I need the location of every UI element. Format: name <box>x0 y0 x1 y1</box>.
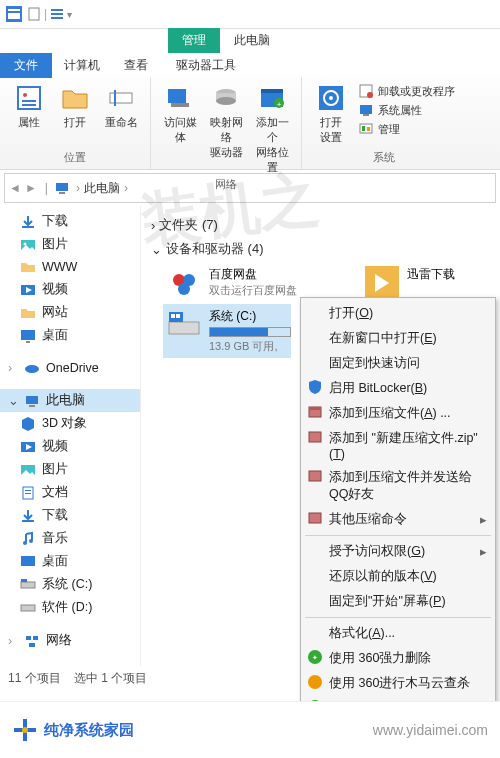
qat-file-icon[interactable] <box>26 6 42 22</box>
sidebar-item-this-pc[interactable]: ⌄此电脑 <box>0 389 140 412</box>
group-location-label: 位置 <box>64 150 86 165</box>
ribbon-manage-button[interactable]: 管理 <box>358 121 455 137</box>
sidebar-item-www[interactable]: WWW <box>0 256 140 278</box>
menu-computer[interactable]: 计算机 <box>52 53 112 78</box>
ctx-grant-access[interactable]: 授予访问权限(G) <box>301 539 495 564</box>
ctx-360-scan[interactable]: 使用 360进行木马云查杀 <box>301 671 495 696</box>
svg-rect-3 <box>29 8 39 20</box>
crumb-this-pc[interactable]: 此电脑 <box>84 180 120 197</box>
ribbon-properties-button[interactable]: 属性 <box>6 81 52 132</box>
svg-rect-11 <box>110 93 132 103</box>
sidebar-item-desktop2[interactable]: 桌面 <box>0 550 140 573</box>
archive-icon <box>307 429 323 445</box>
qat-dropdown-icon[interactable]: ▾ <box>67 9 72 20</box>
ctx-open-new-window[interactable]: 在新窗口中打开(E) <box>301 326 495 351</box>
ctx-bitlocker[interactable]: 启用 BitLocker(B) <box>301 376 495 401</box>
qat-props-icon[interactable] <box>49 6 65 22</box>
360-icon <box>307 674 323 690</box>
sidebar-item-video[interactable]: 视频 <box>0 278 140 301</box>
open-settings-label: 打开 设置 <box>320 115 342 145</box>
svg-rect-43 <box>29 405 35 407</box>
forward-icon[interactable]: ► <box>25 181 37 195</box>
menu-driver-tools[interactable]: 驱动器工具 <box>164 53 248 78</box>
ctx-separator <box>305 617 491 618</box>
sidebar-item-pictures[interactable]: 图片 <box>0 233 140 256</box>
navigation-pane[interactable]: 下载 图片 WWW 视频 网站 桌面 ›OneDrive ⌄此电脑 3D 对象 … <box>0 206 141 686</box>
ribbon-uninstall-button[interactable]: 卸载或更改程序 <box>358 83 455 99</box>
menu-bar: 文件 计算机 查看 驱动器工具 <box>0 53 500 77</box>
network-icon <box>24 633 40 649</box>
folders-header[interactable]: ›文件夹 (7) <box>151 216 496 234</box>
svg-point-24 <box>329 96 333 100</box>
ribbon: 属性 打开 重命名 位置 访问媒体 映射网络 驱动器 + <box>0 77 500 170</box>
sidebar-item-music[interactable]: 音乐 <box>0 527 140 550</box>
settings-icon <box>316 83 346 113</box>
drive-icon <box>167 308 201 342</box>
rename-label: 重命名 <box>105 115 138 130</box>
sidebar-item-documents[interactable]: 文档 <box>0 481 140 504</box>
drive-item-baidu[interactable]: 百度网盘双击运行百度网盘 <box>163 262 301 304</box>
svg-rect-40 <box>26 341 30 343</box>
svg-rect-70 <box>309 432 321 442</box>
ribbon-group-location: 属性 打开 重命名 位置 <box>0 77 151 169</box>
svg-rect-69 <box>309 407 321 410</box>
drives-header[interactable]: ⌄设备和驱动器 (4) <box>151 240 496 258</box>
svg-rect-5 <box>51 9 63 11</box>
ctx-format[interactable]: 格式化(A)... <box>301 621 495 646</box>
ribbon-rename-button[interactable]: 重命名 <box>98 81 144 132</box>
svg-text:✦: ✦ <box>312 654 318 661</box>
sidebar-item-drive-d[interactable]: 软件 (D:) <box>0 596 140 619</box>
sidebar-item-pictures2[interactable]: 图片 <box>0 458 140 481</box>
ribbon-media-button[interactable]: 访问媒体 <box>157 81 203 177</box>
drive-icon <box>20 577 36 593</box>
group-network-label: 网络 <box>215 177 237 192</box>
pictures-icon <box>20 237 36 253</box>
tab-manage[interactable]: 管理 <box>168 28 220 53</box>
ctx-add-zip[interactable]: 添加到 "新建压缩文件.zip"(T) <box>301 426 495 465</box>
ribbon-open-settings-button[interactable]: 打开 设置 <box>308 81 354 147</box>
menu-file[interactable]: 文件 <box>0 53 52 78</box>
sidebar-item-downloads[interactable]: 下载 <box>0 210 140 233</box>
sidebar-item-videos2[interactable]: 视频 <box>0 435 140 458</box>
svg-rect-55 <box>21 579 27 582</box>
menu-view[interactable]: 查看 <box>112 53 160 78</box>
breadcrumb[interactable]: ◄ ► | › 此电脑 › <box>4 173 496 203</box>
sidebar-item-onedrive[interactable]: ›OneDrive <box>0 357 140 379</box>
ctx-pin-start[interactable]: 固定到"开始"屏幕(P) <box>301 589 495 614</box>
sidebar-item-network[interactable]: ›网络 <box>0 629 140 652</box>
svg-rect-27 <box>360 105 372 114</box>
open-label: 打开 <box>64 115 86 130</box>
ctx-restore[interactable]: 还原以前的版本(V) <box>301 564 495 589</box>
status-selected-count: 选中 1 个项目 <box>74 671 147 685</box>
ribbon-sys-props-button[interactable]: 系统属性 <box>358 102 455 118</box>
svg-point-17 <box>216 97 236 105</box>
back-icon[interactable]: ◄ <box>9 181 21 195</box>
ribbon-add-location-button[interactable]: + 添加一个 网络位置 <box>249 81 295 177</box>
sidebar-item-3d[interactable]: 3D 对象 <box>0 412 140 435</box>
tab-this-pc[interactable]: 此电脑 <box>220 28 284 53</box>
media-label: 访问媒体 <box>159 115 201 145</box>
onedrive-icon <box>24 360 40 376</box>
svg-rect-9 <box>22 100 36 102</box>
sidebar-item-drive-c[interactable]: 系统 (C:) <box>0 573 140 596</box>
pc-icon <box>54 180 70 196</box>
svg-rect-31 <box>367 127 370 131</box>
drive-item-system-c[interactable]: 系统 (C:) 13.9 GB 可用, <box>163 304 291 358</box>
svg-rect-6 <box>51 17 63 19</box>
ctx-add-archive[interactable]: 添加到压缩文件(A) ... <box>301 401 495 426</box>
svg-point-62 <box>178 283 190 295</box>
ctx-other-zip[interactable]: 其他压缩命令 <box>301 507 495 532</box>
sidebar-item-website[interactable]: 网站 <box>0 301 140 324</box>
ctx-360-delete[interactable]: ✦使用 360强力删除 <box>301 646 495 671</box>
ctx-pin-quick[interactable]: 固定到快速访问 <box>301 351 495 376</box>
sidebar-item-downloads2[interactable]: 下载 <box>0 504 140 527</box>
ctx-send-qq[interactable]: 添加到压缩文件并发送给QQ好友 <box>301 465 495 507</box>
ribbon-open-button[interactable]: 打开 <box>52 81 98 132</box>
svg-rect-19 <box>261 89 283 93</box>
archive-icon <box>307 468 323 484</box>
svg-text:+: + <box>277 100 282 109</box>
ctx-open[interactable]: 打开(O) <box>301 301 495 326</box>
sidebar-item-desktop[interactable]: 桌面 <box>0 324 140 347</box>
svg-point-77 <box>22 727 28 733</box>
ribbon-map-drive-button[interactable]: 映射网络 驱动器 <box>203 81 249 177</box>
